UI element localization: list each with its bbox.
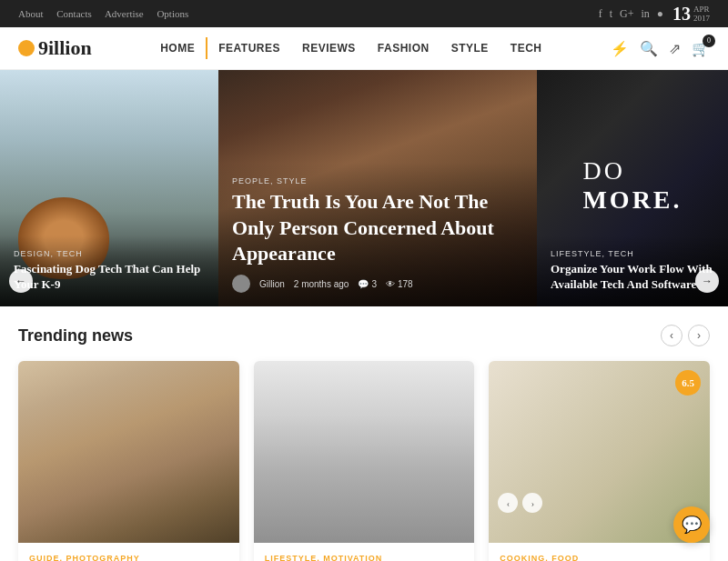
hero-right-title: Organize Your Work Flow With Available T…	[551, 262, 714, 293]
hero-left-prev-arrow[interactable]: ←	[9, 269, 33, 293]
hero-slide-left: DESIGN, TECH Fascinating Dog Tech That C…	[0, 70, 218, 306]
hero-center-author: Gillion	[259, 279, 285, 289]
nav-fashion[interactable]: FASHION	[367, 37, 440, 59]
do-more-overlay: DO MORE.	[582, 156, 682, 215]
nav-tech[interactable]: TECH	[500, 37, 553, 59]
hero-center-avatar	[232, 275, 250, 293]
do-text: DO	[582, 156, 682, 185]
hero-slide-right: DO MORE. LIFESTYLE, TECH Organize Your W…	[537, 70, 728, 306]
header-icons: ⚡ 🔍 ⇗ 🛒 0	[611, 40, 710, 57]
date-day: 13	[672, 5, 691, 23]
top-bar-links: About Contacts Advertise Options	[18, 8, 199, 19]
top-link-about[interactable]: About	[18, 8, 44, 19]
facebook-icon[interactable]: f	[599, 7, 602, 21]
card3-play-btns: ‹ ›	[498, 493, 542, 513]
hero-center-overlay: PEOPLE, STYLE The Truth Is You Are Not T…	[218, 163, 537, 306]
main-nav: HOME FEATURES REVIEWS FASHION STYLE TECH	[149, 37, 552, 59]
hero-center-comments: 💬 3	[358, 279, 377, 289]
hero-center-meta: Gillion 2 months ago 💬 3 👁 178	[232, 275, 523, 293]
hero-left-category: DESIGN, TECH	[14, 249, 205, 258]
nav-features[interactable]: FEATURES	[207, 37, 291, 59]
instagram-icon[interactable]: in	[641, 7, 649, 21]
top-link-contacts[interactable]: Contacts	[56, 8, 92, 19]
date-month: APR	[693, 5, 710, 14]
trending-section: Trending news ‹ › GUIDE, PHOTOGRAPHY Fas…	[0, 306, 728, 561]
trending-card-2: LIFESTYLE, MOTIVATION The Single Most Im…	[254, 361, 475, 561]
hero-center-title: The Truth Is You Are Not The Only Person…	[232, 189, 523, 267]
card1-content: GUIDE, PHOTOGRAPHY Fascinating Photo Edi…	[18, 543, 239, 561]
chat-button[interactable]: 💬	[673, 506, 710, 543]
logo-text: 9illion	[38, 36, 92, 60]
pinterest-icon[interactable]: ●	[657, 7, 663, 21]
hero-center-time: 2 months ago	[294, 279, 349, 289]
trending-title: Trending news	[18, 326, 133, 346]
more-text: MORE.	[582, 185, 682, 215]
nav-home[interactable]: HOME	[149, 37, 207, 59]
date-year: 2017	[693, 14, 710, 23]
hero-left-title: Fascinating Dog Tech That Can Help Your …	[14, 262, 205, 293]
search-icon[interactable]: 🔍	[640, 40, 658, 57]
top-link-advertise[interactable]: Advertise	[105, 8, 144, 19]
trending-prev-button[interactable]: ‹	[661, 325, 682, 346]
googleplus-icon[interactable]: G+	[620, 7, 633, 21]
cart-count: 0	[703, 35, 715, 47]
top-bar: About Contacts Advertise Options f t G+ …	[0, 0, 728, 27]
nav-reviews[interactable]: REVIEWS	[291, 37, 367, 59]
date-month-year: APR 2017	[693, 5, 710, 23]
card1-category: GUIDE, PHOTOGRAPHY	[29, 554, 228, 561]
trending-nav: ‹ ›	[661, 325, 710, 346]
cart-badge[interactable]: 🛒 0	[692, 40, 710, 57]
card2-content: LIFESTYLE, MOTIVATION The Single Most Im…	[254, 543, 475, 561]
card3-rating: 6.5	[675, 370, 701, 396]
hero-center-category: PEOPLE, STYLE	[232, 176, 523, 185]
nav-style[interactable]: STYLE	[440, 37, 500, 59]
hero-right-category: LIFESTYLE, TECH	[551, 249, 714, 258]
card3-prev-btn[interactable]: ‹	[498, 493, 518, 513]
social-icons: f t G+ in ●	[599, 7, 663, 21]
logo[interactable]: 9illion	[18, 36, 92, 60]
card3-category: COOKING, FOOD	[500, 554, 699, 561]
card2-image	[254, 361, 475, 543]
card3-next-btn[interactable]: ›	[522, 493, 542, 513]
twitter-icon[interactable]: t	[610, 7, 612, 21]
date-badge: 13 APR 2017	[672, 5, 710, 23]
card1-image	[18, 361, 239, 543]
logo-circle	[18, 40, 35, 56]
share-icon[interactable]: ⇗	[669, 40, 681, 57]
card3-content: COOKING, FOOD Heartwarming Dishes That W…	[489, 543, 710, 561]
header: 9illion HOME FEATURES REVIEWS FASHION ST…	[0, 27, 728, 70]
bookmark-icon[interactable]: ⚡	[611, 40, 629, 57]
trending-header: Trending news ‹ ›	[18, 325, 710, 346]
hero-center-views: 👁 178	[386, 279, 413, 289]
top-bar-right: f t G+ in ● 13 APR 2017	[599, 5, 710, 23]
hero-left-overlay: DESIGN, TECH Fascinating Dog Tech That C…	[0, 235, 218, 306]
hero-slider: DESIGN, TECH Fascinating Dog Tech That C…	[0, 70, 728, 306]
trending-cards: GUIDE, PHOTOGRAPHY Fascinating Photo Edi…	[18, 361, 710, 561]
card2-category: LIFESTYLE, MOTIVATION	[265, 554, 464, 561]
hero-right-next-arrow[interactable]: →	[695, 269, 719, 293]
hero-slide-center: PEOPLE, STYLE The Truth Is You Are Not T…	[218, 70, 537, 306]
trending-next-button[interactable]: ›	[688, 325, 710, 346]
trending-card-1: GUIDE, PHOTOGRAPHY Fascinating Photo Edi…	[18, 361, 239, 561]
top-link-options[interactable]: Options	[157, 8, 188, 19]
